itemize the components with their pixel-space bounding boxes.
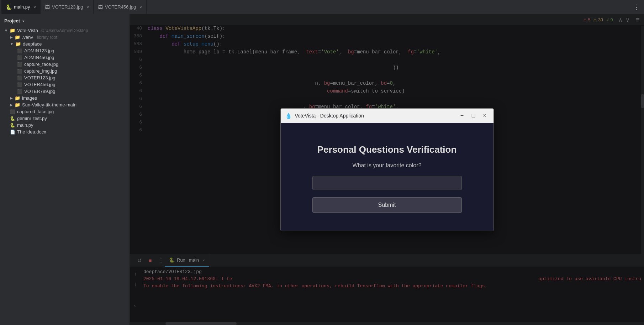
tab-more-button[interactable]: ⋮ [633,3,640,11]
capture-img-label: capture_img.jpg [24,68,57,74]
tree-admin123[interactable]: ⬛ ADMIN123.jpg [0,47,130,54]
root-chevron-icon: ▼ [4,28,8,32]
capture-face-icon: ⬛ [17,62,22,67]
venv-folder-icon: 📁 [15,35,20,40]
tree-root[interactable]: ▼ 📁 Vote-Vista C:\Users\Admin\Desktop [0,27,130,34]
tree-idea-docx[interactable]: 📄 The idea.docx [0,129,130,135]
deepface-folder-icon: 📁 [15,41,21,47]
voter456-icon: ⬛ [17,82,22,87]
tree-captured-face[interactable]: ⬛ captured_face.jpg [0,108,130,115]
tree-voter456[interactable]: ⬛ VOTER456.jpg [0,81,130,88]
project-title: Project [4,18,20,23]
tab-bar-end: ⋮ [633,3,644,11]
image-icon-2: 🖼 [98,4,103,10]
deepface-chevron-icon: ▼ [10,42,14,46]
images-chevron-icon: ▶ [10,96,13,100]
admin123-icon: ⬛ [17,48,22,53]
tab-bar: 🐍 main.py × 🖼 VOTER123.jpg × 🖼 VOTER456.… [0,0,644,14]
modal-titlebar: 💧 VoteVista - Desktop Application − □ × [281,109,493,123]
admin456-icon: ⬛ [17,55,22,60]
capture-face-label: capture_face.jpg [24,62,58,67]
modal-maximize-button[interactable]: □ [469,111,478,120]
voter456-label: VOTER456.jpg [24,82,55,87]
modal-heading: Personal Questions Verification [317,144,457,155]
voter789-label: VOTER789.jpg [24,89,55,94]
tree-voter789[interactable]: ⬛ VOTER789.jpg [0,88,130,95]
deepface-label: deepface [23,41,42,47]
modal-title-icon: 💧 [285,112,292,119]
tree-admin456[interactable]: ⬛ ADMIN456.jpg [0,54,130,61]
images-label: images [22,95,37,101]
idea-doc-icon: 📄 [10,130,15,135]
tab-label-voter456: VOTER456.jpg [105,4,136,10]
modal-submit-button[interactable]: Submit [312,197,462,213]
tree-capture-img[interactable]: ⬛ capture_img.jpg [0,68,130,74]
venv-label: .venv [22,35,33,40]
modal-minimize-button[interactable]: − [458,111,466,120]
sunvalley-folder-icon: 📁 [15,102,20,108]
sunvalley-label: Sun-Valley-ttk-theme-main [22,102,76,108]
main-py-label: main.py [17,122,33,128]
tree-venv[interactable]: ▶ 📁 .venv library root [0,34,130,41]
root-path: C:\Users\Admin\Desktop [41,28,88,33]
modal-window: 💧 VoteVista - Desktop Application − □ × … [280,108,494,231]
main-py-icon: 🐍 [10,123,15,128]
modal-close-button[interactable]: × [481,111,489,120]
voter789-icon: ⬛ [17,89,22,94]
sidebar: Project ∨ ▼ 📁 Vote-Vista C:\Users\Admin\… [0,14,130,325]
tab-close-voter123[interactable]: × [86,5,89,9]
tab-close-voter456[interactable]: × [139,5,142,9]
sunvalley-chevron-icon: ▶ [10,103,13,107]
image-icon-1: 🖼 [45,4,50,10]
python-icon: 🐍 [6,4,12,10]
gemini-icon: 🐍 [10,116,15,121]
tab-voter456[interactable]: 🖼 VOTER456.jpg × [94,0,147,14]
tree-sunvalley[interactable]: ▶ 📁 Sun-Valley-ttk-theme-main [0,101,130,108]
gemini-label: gemini_test.py [17,116,47,121]
tab-label: main.py [14,4,30,10]
modal-overlay: 💧 VoteVista - Desktop Application − □ × … [130,14,644,325]
captured-face-label: captured_face.jpg [17,109,54,114]
tree-images[interactable]: ▶ 📁 images [0,95,130,101]
root-name: Vote-Vista [17,28,38,33]
tree-deepface[interactable]: ▼ 📁 deepface [0,41,130,47]
root-folder-icon: 📁 [10,28,15,33]
capture-img-icon: ⬛ [17,69,22,74]
tree-main-py[interactable]: 🐍 main.py [0,122,130,129]
venv-sublabel: library root [37,35,57,40]
tree-voter123[interactable]: ⬛ VOTER123.jpg [0,74,130,81]
tab-label-voter123: VOTER123.jpg [52,4,83,10]
file-tree: ▼ 📁 Vote-Vista C:\Users\Admin\Desktop ▶ … [0,27,130,325]
tab-voter123[interactable]: 🖼 VOTER123.jpg × [41,0,94,14]
venv-chevron-icon: ▶ [10,35,13,39]
tab-main-py[interactable]: 🐍 main.py × [1,0,41,14]
project-header[interactable]: Project ∨ [0,14,130,27]
idea-doc-label: The idea.docx [17,129,46,135]
modal-question: What is your favorite color? [353,162,422,169]
voter123-icon: ⬛ [17,75,22,80]
modal-body: Personal Questions Verification What is … [281,123,493,231]
images-folder-icon: 📁 [15,95,20,101]
tree-gemini[interactable]: 🐍 gemini_test.py [0,115,130,122]
admin456-label: ADMIN456.jpg [24,55,54,60]
main-area: Project ∨ ▼ 📁 Vote-Vista C:\Users\Admin\… [0,14,644,325]
voter123-label: VOTER123.jpg [24,75,55,80]
editor-column: ⚠ 5 ⚠ 30 ✓ 9 ∧ ∨ ≡ 40 class VoteVistaApp… [130,14,644,325]
project-chevron-icon: ∨ [22,19,25,23]
admin123-label: ADMIN123.jpg [24,48,54,53]
tab-close-main[interactable]: × [34,5,36,9]
tree-capture-face[interactable]: ⬛ capture_face.jpg [0,61,130,68]
captured-face-icon: ⬛ [10,109,15,114]
modal-answer-input[interactable] [312,176,462,190]
modal-title-text: VoteVista - Desktop Application [295,113,455,119]
